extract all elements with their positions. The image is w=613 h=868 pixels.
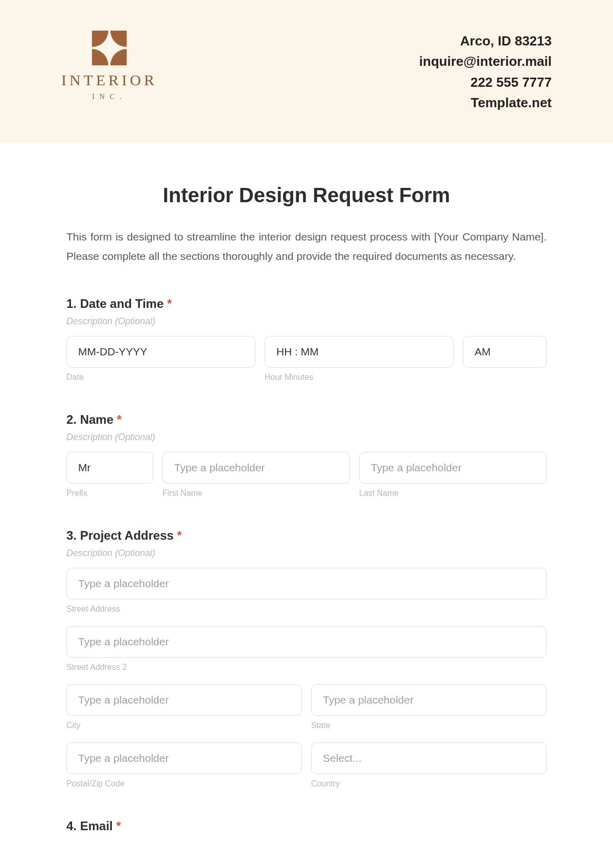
first-name-input[interactable]: Type a placeholder bbox=[162, 452, 350, 484]
contact-block: Arco, ID 83213 inquire@interior.mail 222… bbox=[419, 31, 552, 113]
city-input[interactable]: Type a placeholder bbox=[66, 684, 302, 716]
required-mark: * bbox=[167, 297, 172, 310]
date-input[interactable]: MM-DD-YYYY bbox=[66, 336, 255, 368]
time-input[interactable]: HH : MM bbox=[265, 336, 454, 368]
q1-description: Description (Optional) bbox=[66, 316, 547, 327]
street1-input[interactable]: Type a placeholder bbox=[66, 568, 547, 599]
intro-text: This form is designed to streamline the … bbox=[66, 227, 547, 266]
required-mark: * bbox=[177, 528, 182, 542]
q3-description: Description (Optional) bbox=[66, 548, 547, 559]
street2-input[interactable]: Type a placeholder bbox=[66, 626, 547, 658]
ampm-select[interactable]: AM bbox=[463, 336, 547, 368]
q1-label: 1. Date and Time * bbox=[66, 297, 547, 311]
contact-address: Arco, ID 83213 bbox=[419, 31, 552, 51]
q2-label: 2. Name * bbox=[66, 413, 547, 427]
logo-subtext: INC. bbox=[92, 93, 127, 101]
last-name-sublabel: Last Name bbox=[359, 489, 547, 498]
contact-site: Template.net bbox=[419, 92, 552, 113]
question-name: 2. Name * Description (Optional) Mr Pref… bbox=[66, 413, 547, 498]
contact-phone: 222 555 7777 bbox=[419, 72, 552, 92]
q3-label: 3. Project Address * bbox=[66, 528, 547, 543]
question-date-time: 1. Date and Time * Description (Optional… bbox=[66, 297, 547, 382]
logo-word: INTERIOR bbox=[61, 71, 157, 89]
logo-block: INTERIOR INC. bbox=[61, 31, 157, 101]
q4-label: 4. Email * bbox=[66, 819, 547, 833]
prefix-input[interactable]: Mr bbox=[66, 452, 153, 484]
prefix-sublabel: Prefix bbox=[66, 489, 153, 498]
logo-icon bbox=[92, 31, 127, 65]
state-sublabel: State bbox=[311, 721, 547, 730]
contact-email: inquire@interior.mail bbox=[419, 51, 552, 71]
first-name-sublabel: First Name bbox=[162, 489, 350, 498]
required-mark: * bbox=[116, 819, 121, 833]
date-sublabel: Date bbox=[66, 373, 255, 382]
last-name-input[interactable]: Type a placeholder bbox=[359, 452, 547, 484]
street1-sublabel: Street Address bbox=[66, 605, 547, 614]
q2-description: Description (Optional) bbox=[66, 432, 547, 443]
required-mark: * bbox=[117, 413, 122, 426]
country-select[interactable]: Select... bbox=[311, 742, 547, 774]
zip-input[interactable]: Type a placeholder bbox=[66, 742, 302, 774]
page-title: Interior Design Request Form bbox=[66, 184, 547, 207]
question-email: 4. Email * bbox=[66, 819, 547, 833]
street2-sublabel: Street Address 2 bbox=[66, 663, 547, 672]
state-input[interactable]: Type a placeholder bbox=[311, 684, 547, 716]
country-sublabel: Country bbox=[311, 779, 547, 788]
city-sublabel: City bbox=[66, 721, 302, 730]
form-body: Interior Design Request Form This form i… bbox=[0, 143, 613, 859]
zip-sublabel: Postal/Zip Code bbox=[66, 779, 302, 788]
time-sublabel: Hour Minutes bbox=[265, 373, 454, 382]
question-address: 3. Project Address * Description (Option… bbox=[66, 528, 547, 788]
letterhead: INTERIOR INC. Arco, ID 83213 inquire@int… bbox=[0, 0, 613, 143]
